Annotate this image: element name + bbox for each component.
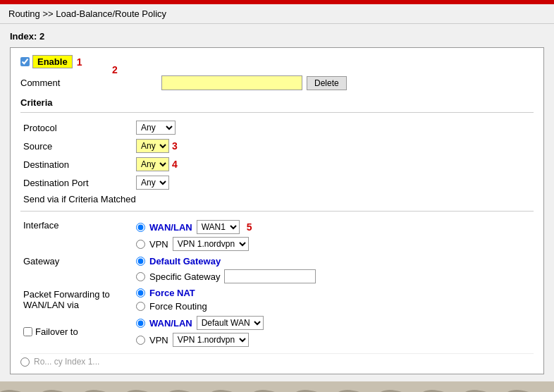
default-gateway-label: Default Gateway — [149, 256, 221, 267]
force-nat-radio[interactable] — [136, 288, 145, 298]
interface-label: Interface — [20, 217, 133, 253]
bottom-wave — [0, 381, 554, 392]
comment-label: Comment — [20, 78, 161, 88]
comment-input[interactable]: any — [161, 75, 302, 90]
gateway-radio-group: Default Gateway Specific Gateway — [136, 256, 531, 283]
content-area: Index: 2 Enable 1 2 Comment any Delete C… — [0, 24, 554, 381]
specific-gateway-line: Specific Gateway — [136, 269, 531, 283]
vpn-select[interactable]: VPN 1.nordvpn — [173, 237, 249, 251]
vpn-label: VPN — [149, 239, 168, 250]
specific-gateway-label: Specific Gateway — [149, 271, 220, 282]
protocol-row: Protocol Any TCP UDP ICMP — [20, 118, 534, 137]
vpn-radio[interactable] — [136, 240, 145, 249]
force-routing-label: Force Routing — [149, 301, 207, 312]
failover-label: Failover to — [35, 326, 78, 337]
packet-fwd-row: Packet Forwarding to WAN/LAN via Force N… — [20, 286, 534, 314]
enable-row: Enable 1 — [20, 55, 534, 68]
failover-vpn-radio[interactable] — [136, 336, 145, 345]
failover-row: Failover to WAN/LAN Default WAN WAN1 WAN… — [20, 314, 534, 349]
failover-vpn-line: VPN VPN 1.nordvpn — [136, 333, 531, 347]
dest-port-select[interactable]: Any — [136, 176, 169, 190]
interface-radio-group: WAN/LAN WAN1 WAN2 5 VPN VPN 1.nordvpn — [136, 220, 531, 251]
default-gateway-radio[interactable] — [136, 257, 145, 266]
bottom-ro-line: Ro... cy Index 1... — [20, 357, 534, 367]
source-label: Source — [20, 137, 133, 155]
main-box: Enable 1 2 Comment any Delete Criteria P… — [10, 47, 544, 374]
criteria-title: Criteria — [20, 97, 534, 108]
interface-row: Interface WAN/LAN WAN1 WAN2 5 — [20, 217, 534, 253]
source-select[interactable]: Any — [136, 139, 169, 153]
failover-ro-radio[interactable] — [20, 357, 30, 367]
send-via-divider — [20, 211, 534, 212]
bottom-clipped-row: Ro... cy Index 1... — [20, 353, 534, 367]
specific-gateway-radio[interactable] — [136, 272, 145, 281]
default-gateway-line: Default Gateway — [136, 256, 531, 267]
failover-wan-line: WAN/LAN Default WAN WAN1 WAN2 — [136, 316, 531, 330]
failover-wan-select[interactable]: Default WAN WAN1 WAN2 — [197, 316, 264, 330]
specific-gateway-input[interactable] — [224, 269, 316, 283]
wan-lan-radio-line: WAN/LAN WAN1 WAN2 5 — [136, 220, 531, 234]
enable-label: Enable — [32, 55, 73, 68]
gateway-row: Gateway Default Gateway Specific Gateway — [20, 253, 534, 286]
step2-num: 2 — [112, 64, 118, 75]
wan-lan-radio[interactable] — [136, 223, 145, 232]
enable-checkbox[interactable] — [20, 57, 30, 66]
failover-wan-radio[interactable] — [136, 319, 145, 328]
wave-svg — [0, 381, 554, 392]
destination-select[interactable]: Any — [136, 157, 169, 171]
wan-lan-label: WAN/LAN — [149, 222, 192, 233]
dest-port-row: Destination Port Any — [20, 173, 534, 192]
criteria-divider — [20, 112, 534, 113]
vpn-radio-line: VPN VPN 1.nordvpn — [136, 237, 531, 251]
interface-table: Interface WAN/LAN WAN1 WAN2 5 — [20, 217, 534, 349]
dest-port-label: Destination Port — [20, 173, 133, 192]
source-row: Source Any 3 — [20, 137, 534, 155]
index-label: Index: 2 — [10, 31, 544, 42]
force-nat-label: Force NAT — [149, 288, 195, 298]
step3-num: 3 — [172, 140, 178, 152]
destination-label: Destination — [20, 155, 133, 173]
protocol-select[interactable]: Any TCP UDP ICMP — [136, 121, 176, 135]
page-header: Routing >> Load-Balance/Route Policy — [0, 4, 554, 24]
step5-num: 5 — [247, 221, 252, 233]
criteria-table: Protocol Any TCP UDP ICMP Source Any — [20, 118, 534, 207]
wan-select[interactable]: WAN1 WAN2 — [197, 220, 240, 234]
force-routing-radio[interactable] — [136, 302, 145, 311]
send-via-title: Send via if Criteria Matched — [20, 192, 534, 207]
step4-num: 4 — [172, 159, 178, 170]
breadcrumb: Routing >> Load-Balance/Route Policy — [8, 8, 166, 19]
force-routing-line: Force Routing — [136, 301, 531, 312]
packet-fwd-radio-group: Force NAT Force Routing — [136, 288, 531, 312]
failover-checkbox[interactable] — [23, 327, 32, 336]
force-nat-line: Force NAT — [136, 288, 531, 298]
failover-cell: Failover to — [20, 314, 133, 349]
destination-row: Destination Any 4 — [20, 155, 534, 173]
failover-wan-label: WAN/LAN — [149, 318, 192, 329]
delete-button[interactable]: Delete — [307, 76, 347, 90]
gateway-label: Gateway — [20, 253, 133, 286]
protocol-label: Protocol — [20, 118, 133, 137]
step1-num: 1 — [77, 56, 82, 68]
send-via-row: Send via if Criteria Matched — [20, 192, 534, 207]
comment-row: 2 Comment any Delete — [20, 75, 534, 90]
bottom-ro-label: Ro... cy Index 1... — [34, 357, 99, 367]
failover-vpn-label: VPN — [149, 335, 168, 345]
packet-fwd-label: Packet Forwarding to WAN/LAN via — [20, 286, 133, 314]
failover-vpn-select[interactable]: VPN 1.nordvpn — [173, 333, 249, 347]
failover-radio-group: WAN/LAN Default WAN WAN1 WAN2 VPN VP — [136, 316, 531, 347]
